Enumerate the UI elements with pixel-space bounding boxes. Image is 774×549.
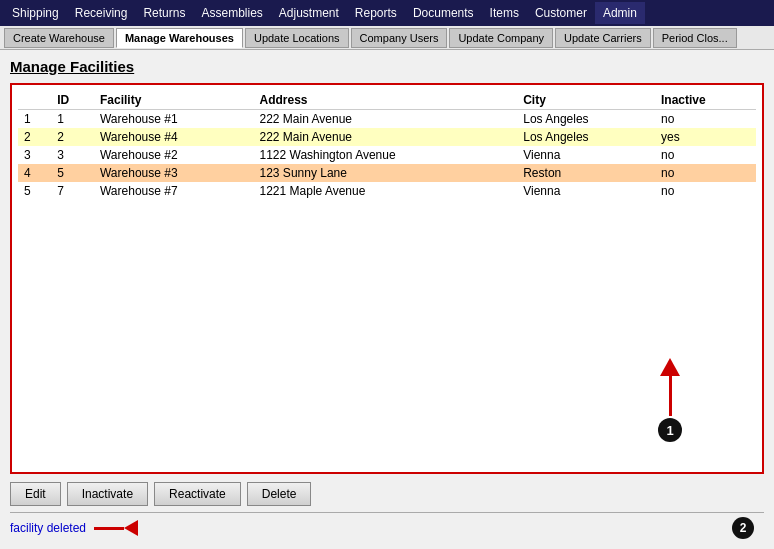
nav-documents[interactable]: Documents [405,2,482,24]
cell-inactive: no [655,110,756,129]
table-row[interactable]: 1 1 Warehouse #1 222 Main Avenue Los Ang… [18,110,756,129]
cell-id: 5 [51,164,94,182]
cell-city: Vienna [517,182,655,200]
cell-inactive: yes [655,128,756,146]
arrow-left-icon [124,520,138,536]
cell-city: Vienna [517,146,655,164]
reactivate-button[interactable]: Reactivate [154,482,241,506]
cell-city: Reston [517,164,655,182]
table-row[interactable]: 5 7 Warehouse #7 1221 Maple Avenue Vienn… [18,182,756,200]
cell-address: 222 Main Avenue [254,128,518,146]
cell-rownum: 5 [18,182,51,200]
status-row: facility deleted 2 [10,512,764,541]
cell-id: 1 [51,110,94,129]
nav-receiving[interactable]: Receiving [67,2,136,24]
cell-id: 2 [51,128,94,146]
cell-id: 7 [51,182,94,200]
arrow-up-icon [660,358,680,376]
top-nav: Shipping Receiving Returns Assemblies Ad… [0,0,774,26]
annotation-circle-2: 2 [732,517,754,539]
facilities-table-container: ID Facility Address City Inactive 1 1 Wa… [10,83,764,474]
cell-facility: Warehouse #1 [94,110,254,129]
cell-rownum: 1 [18,110,51,129]
annotation-1: 1 [658,358,682,442]
col-facility: Facility [94,91,254,110]
annotation-circle-1: 1 [658,418,682,442]
col-id: ID [51,91,94,110]
sub-nav: Create Warehouse Manage Warehouses Updat… [0,26,774,50]
arrow-line [669,376,672,416]
cell-rownum: 4 [18,164,51,182]
subnav-company-users[interactable]: Company Users [351,28,448,48]
button-row: Edit Inactivate Reactivate Delete [10,482,764,506]
col-city: City [517,91,655,110]
cell-facility: Warehouse #2 [94,146,254,164]
col-inactive: Inactive [655,91,756,110]
cell-address: 123 Sunny Lane [254,164,518,182]
cell-inactive: no [655,182,756,200]
main-content: Manage Facilities ID Facility Address Ci… [0,50,774,549]
subnav-create-warehouse[interactable]: Create Warehouse [4,28,114,48]
nav-returns[interactable]: Returns [135,2,193,24]
cell-address: 1122 Washington Avenue [254,146,518,164]
table-row[interactable]: 4 5 Warehouse #3 123 Sunny Lane Reston n… [18,164,756,182]
col-address: Address [254,91,518,110]
cell-address: 222 Main Avenue [254,110,518,129]
table-row[interactable]: 3 3 Warehouse #2 1122 Washington Avenue … [18,146,756,164]
nav-items[interactable]: Items [482,2,527,24]
col-rownum [18,91,51,110]
cell-inactive: no [655,146,756,164]
nav-adjustment[interactable]: Adjustment [271,2,347,24]
cell-address: 1221 Maple Avenue [254,182,518,200]
nav-customer[interactable]: Customer [527,2,595,24]
subnav-update-carriers[interactable]: Update Carriers [555,28,651,48]
annotation-2-line [94,520,138,536]
nav-reports[interactable]: Reports [347,2,405,24]
cell-facility: Warehouse #4 [94,128,254,146]
subnav-period-close[interactable]: Period Clos... [653,28,737,48]
cell-city: Los Angeles [517,110,655,129]
cell-city: Los Angeles [517,128,655,146]
delete-button[interactable]: Delete [247,482,312,506]
nav-assemblies[interactable]: Assemblies [193,2,270,24]
facilities-table: ID Facility Address City Inactive 1 1 Wa… [18,91,756,200]
page-title: Manage Facilities [10,58,764,75]
cell-id: 3 [51,146,94,164]
cell-facility: Warehouse #3 [94,164,254,182]
nav-shipping[interactable]: Shipping [4,2,67,24]
cell-facility: Warehouse #7 [94,182,254,200]
cell-inactive: no [655,164,756,182]
facility-deleted-message: facility deleted [10,521,86,535]
cell-rownum: 2 [18,128,51,146]
subnav-manage-warehouses[interactable]: Manage Warehouses [116,28,243,48]
edit-button[interactable]: Edit [10,482,61,506]
arrow-horizontal-line [94,527,124,530]
table-row[interactable]: 2 2 Warehouse #4 222 Main Avenue Los Ang… [18,128,756,146]
subnav-update-locations[interactable]: Update Locations [245,28,349,48]
inactivate-button[interactable]: Inactivate [67,482,148,506]
subnav-update-company[interactable]: Update Company [449,28,553,48]
nav-admin[interactable]: Admin [595,2,645,24]
cell-rownum: 3 [18,146,51,164]
